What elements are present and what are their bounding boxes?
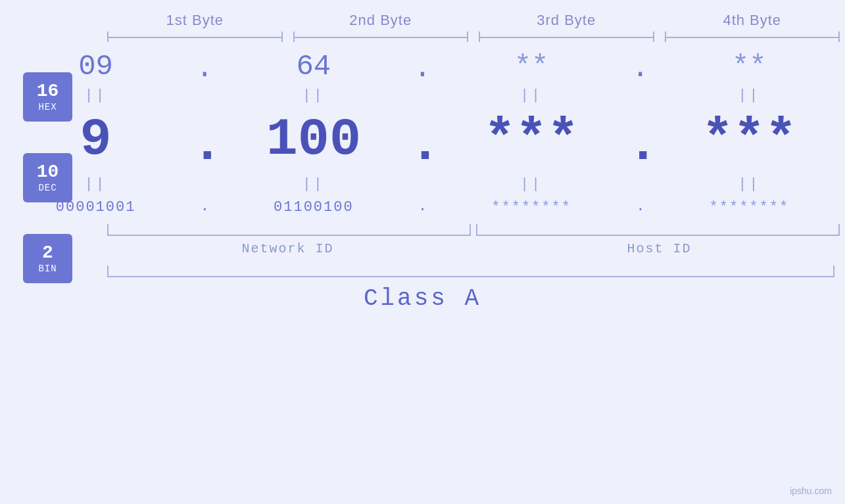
byte1-bracket (107, 32, 283, 43)
class-label: Class A (364, 285, 481, 312)
host-id-label: Host ID (473, 241, 845, 256)
dec-dot3: . (627, 105, 654, 175)
eq2-b2: || (218, 175, 409, 194)
hex-b4: ** (654, 43, 845, 86)
byte2-header: 2nd Byte (288, 12, 474, 29)
bin-b4: ******** (654, 194, 845, 219)
eq2-b1: || (0, 175, 191, 194)
dec-b3: *** (436, 110, 627, 170)
network-id-label: Network ID (102, 241, 473, 256)
watermark: ipshu.com (790, 486, 832, 496)
dec-b4: *** (654, 110, 845, 170)
byte3-header: 3rd Byte (473, 12, 660, 29)
hex-b2: 64 (218, 43, 409, 86)
eq1-b4: || (654, 86, 845, 105)
hex-b3: ** (436, 43, 627, 86)
bin-dot1: . (191, 198, 218, 215)
hex-b1: 09 (0, 43, 191, 86)
hex-dot1: . (191, 45, 218, 85)
dec-dot1: . (191, 105, 218, 175)
bin-dot2: . (410, 198, 436, 215)
hex-dot3: . (627, 45, 654, 85)
bin-b2: 01100100 (218, 194, 409, 219)
dec-b2: 100 (218, 110, 409, 170)
eq2-b3: || (436, 175, 627, 194)
byte3-bracket (479, 32, 654, 43)
eq1-b2: || (218, 86, 409, 105)
eq1-b3: || (436, 86, 627, 105)
bin-badge-label: BIN (38, 263, 57, 274)
byte4-header: 4th Byte (660, 12, 846, 29)
bin-dot3: . (627, 198, 654, 215)
byte1-header: 1st Byte (102, 12, 288, 29)
bin-b1: 00001001 (0, 194, 191, 219)
bin-badge-num: 2 (42, 243, 53, 263)
eq1-b1: || (0, 86, 191, 105)
dec-dot2: . (410, 105, 436, 175)
byte2-bracket (293, 32, 469, 43)
eq2-b4: || (654, 175, 845, 194)
bin-badge: 2 BIN (23, 234, 72, 283)
byte4-bracket (665, 32, 840, 43)
hex-dot2: . (410, 45, 436, 85)
bin-b3: ******** (436, 194, 627, 219)
dec-b1: 9 (0, 110, 191, 170)
